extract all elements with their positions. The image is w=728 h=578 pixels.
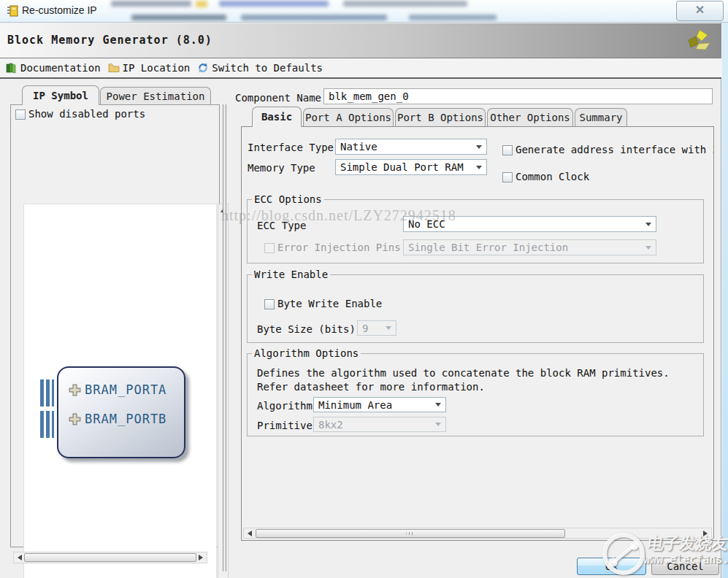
- elecfans-logo-icon: [601, 531, 646, 577]
- bram-portb-label: BRAM_PORTB: [85, 412, 166, 426]
- expand-plus-icon[interactable]: [69, 413, 81, 425]
- common-clock-checkbox[interactable]: [502, 172, 513, 182]
- error-injection-select: Single Bit Error Injection: [403, 239, 656, 255]
- tab-summary[interactable]: Summary: [575, 108, 627, 127]
- csdn-watermark: http://blog.csdn.net/LZY272942518: [221, 207, 456, 224]
- component-name-input[interactable]: blk_mem_gen_0: [323, 88, 713, 104]
- xilinx-ip-logo-icon: [685, 28, 711, 54]
- generate-address-checkbox[interactable]: [502, 145, 513, 155]
- documentation-label: Documentation: [20, 62, 101, 74]
- bram-portb-row[interactable]: BRAM_PORTB: [69, 412, 166, 426]
- tab-port-b-options[interactable]: Port B Options: [395, 108, 486, 127]
- bus-stripes-portb-icon: [40, 411, 54, 438]
- bram-symbol[interactable]: BRAM_PORTA BRAM_PORTB: [57, 366, 185, 458]
- show-disabled-ports-label: Show disabled ports: [28, 108, 145, 120]
- close-button[interactable]: ✕: [676, 1, 724, 21]
- background-blur: [131, 15, 226, 20]
- elecfans-watermark: 电子发烧友 www.elecfans.com: [601, 531, 728, 578]
- algorithm-description-line2: Refer datasheet for more information.: [257, 381, 485, 393]
- algorithm-options-group: Algorithm Options Defines the algorithm …: [247, 353, 704, 436]
- switch-refresh-icon: [197, 62, 209, 74]
- folder-icon: [108, 63, 120, 73]
- tab-other-options[interactable]: Other Options: [487, 108, 573, 127]
- scroll-grip-icon: [407, 532, 415, 535]
- memory-type-label: Memory Type: [248, 162, 315, 174]
- tab-basic[interactable]: Basic: [252, 107, 302, 127]
- error-injection-checkbox: [264, 243, 275, 253]
- ip-location-button[interactable]: IP Location: [108, 62, 191, 74]
- tab-power-estimation[interactable]: Power Estimation: [100, 87, 211, 105]
- byte-write-enable-checkbox[interactable]: [264, 299, 275, 309]
- chevron-down-icon: [476, 166, 482, 169]
- dialog-toolbar: Documentation IP Location Switch to Defa…: [0, 58, 721, 79]
- ip-location-label: IP Location: [123, 62, 191, 74]
- memory-type-select[interactable]: Simple Dual Port RAM: [335, 159, 487, 175]
- ip-symbol-panel: Show disabled ports BRAM_PORTA BRAM_P: [10, 104, 220, 547]
- chevron-down-icon: [645, 223, 651, 226]
- chevron-down-icon: [476, 145, 482, 149]
- window-title: Re-customize IP: [22, 4, 97, 16]
- component-name-label: Component Name: [235, 92, 321, 104]
- background-blur: [196, 1, 207, 7]
- bram-porta-row[interactable]: BRAM_PORTA: [69, 382, 166, 397]
- error-injection-label: Error Injection Pins: [277, 242, 401, 253]
- symbol-canvas: BRAM_PORTA BRAM_PORTB: [23, 204, 217, 578]
- background-blur: [219, 1, 329, 7]
- scroll-left-arrow[interactable]: [248, 531, 252, 536]
- documentation-button[interactable]: Documentation: [6, 62, 101, 74]
- hscroll-thumb[interactable]: [24, 553, 196, 562]
- byte-write-enable-label: Byte Write Enable: [277, 298, 382, 309]
- dialog-title: Block Memory Generator (8.0): [7, 34, 212, 47]
- algorithm-description-line1: Defines the algorithm used to concatenat…: [257, 367, 670, 379]
- hscroll-thumb[interactable]: [256, 529, 565, 538]
- common-clock-label: Common Clock: [516, 171, 589, 182]
- chevron-down-icon: [645, 246, 651, 250]
- aero-window-edge: [722, 23, 728, 578]
- background-blur: [241, 15, 387, 20]
- chevron-down-icon: [435, 423, 441, 426]
- window-titlebar: Re-customize IP ✕: [0, 0, 728, 23]
- elecfans-text: 电子发烧友: [646, 533, 728, 555]
- documentation-book-icon: [6, 63, 18, 74]
- background-blur: [409, 15, 497, 20]
- expand-plus-icon[interactable]: [69, 384, 81, 396]
- scroll-left-arrow[interactable]: [18, 555, 22, 560]
- show-disabled-ports-checkbox[interactable]: [15, 109, 26, 120]
- interface-type-select[interactable]: Native: [335, 139, 487, 155]
- write-enable-title: Write Enable: [252, 269, 330, 280]
- write-enable-group: Write Enable Byte Write Enable Byte Size…: [247, 274, 704, 343]
- primitive-label: Primitive: [257, 420, 313, 431]
- ecc-options-title: ECC Options: [252, 193, 324, 205]
- bram-porta-label: BRAM_PORTA: [85, 382, 166, 397]
- algorithm-options-title: Algorithm Options: [252, 347, 361, 359]
- basic-tab-content: Interface Type Native Memory Type Simple…: [241, 126, 714, 541]
- interface-type-label: Interface Type: [248, 142, 334, 153]
- panel-splitter[interactable]: [223, 104, 226, 571]
- background-blur: [111, 1, 191, 7]
- recustomize-dialog: Block Memory Generator (8.0) Documentati…: [0, 23, 721, 578]
- switch-to-defaults-button[interactable]: Switch to Defaults: [197, 62, 323, 74]
- algorithm-label: Algorithm: [257, 400, 313, 412]
- scroll-right-arrow[interactable]: [199, 555, 203, 560]
- switch-to-defaults-label: Switch to Defaults: [212, 62, 323, 74]
- byte-size-label: Byte Size (bits): [257, 323, 356, 335]
- elecfans-url: www.elecfans.com: [643, 553, 728, 566]
- left-panel-hscrollbar[interactable]: [13, 552, 207, 563]
- tab-port-a-options[interactable]: Port A Options: [303, 108, 394, 127]
- generate-address-label: Generate address interface with 32: [516, 144, 714, 155]
- background-blur: [343, 1, 467, 7]
- primitive-select: 8kx2: [313, 417, 446, 432]
- byte-size-select: 9: [357, 320, 396, 336]
- tab-ip-symbol[interactable]: IP Symbol: [22, 85, 99, 105]
- algorithm-select[interactable]: Minimum Area: [313, 397, 446, 412]
- chevron-down-icon: [386, 326, 391, 330]
- chevron-down-icon: [435, 403, 441, 406]
- bus-stripes-porta-icon: [40, 379, 54, 406]
- ip-chip-icon: [6, 4, 19, 18]
- dialog-header: Block Memory Generator (8.0): [0, 23, 721, 58]
